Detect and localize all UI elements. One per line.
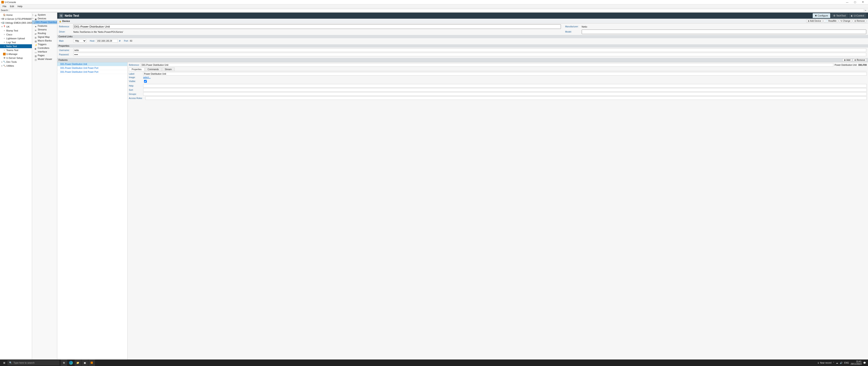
tree-system[interactable]: ▸⚙System <box>32 13 57 17</box>
tab-ucontrol[interactable]: ◐U-Control <box>849 13 866 18</box>
taskbar-app-uconsole[interactable] <box>89 360 95 366</box>
search-clear-icon[interactable]: × <box>864 9 867 12</box>
subtab-commands[interactable]: Commands <box>145 67 162 71</box>
prop-visible-label: Visible: <box>129 80 142 83</box>
app-icon <box>1 1 4 3</box>
taskbar-app-terminal[interactable]: ▣ <box>82 360 88 366</box>
main-header: ⧉ Netio Test ✖Configure ⚙TechTool ◐U-Con… <box>57 12 868 19</box>
tray-notifications-icon[interactable]: 💬 <box>863 362 866 364</box>
prop-groups-input[interactable] <box>143 92 867 96</box>
feature-remove-button[interactable]: ⊖Remove <box>853 58 867 62</box>
change-button[interactable]: ↻Change <box>839 19 852 23</box>
nav-biamp[interactable]: ○Biamp Test <box>0 29 32 33</box>
model-label: Model: <box>565 31 580 33</box>
tray-volume-icon[interactable]: 🔊 <box>840 362 842 364</box>
nav-umanage[interactable]: U-Manage <box>0 52 32 56</box>
nav-cisco[interactable]: ○Cisco <box>0 33 32 36</box>
model-input[interactable] <box>582 30 866 34</box>
prop-visible-checkbox[interactable] <box>144 80 147 83</box>
features-section: Features ⊕Add ⊖Remove <box>57 58 868 62</box>
tree-signalmap[interactable]: ⊞Signal Map <box>32 35 57 39</box>
start-button[interactable]: ⊞ <box>1 360 7 366</box>
nav-userver[interactable]: ▾🖥U-Server (UTEUPRIMARY)✎ <box>0 17 32 21</box>
nav-uk[interactable]: ▾📍UK <box>0 25 32 29</box>
nav-teams[interactable]: ○Teams Test <box>0 48 32 52</box>
feature-row[interactable]: D01-Power Distribution Unit Power Port <box>57 66 127 70</box>
feat-type: Power Distribution Unit <box>835 64 857 66</box>
maximize-button[interactable]: ▢ <box>851 0 859 4</box>
feat-id: D01.F00 <box>859 64 867 66</box>
driver-value: Netio.TestSeries in file 'Netio.PowerPDU… <box>73 31 123 33</box>
window-title: U-Console <box>5 1 16 3</box>
password-input[interactable] <box>73 53 866 56</box>
prop-access-input[interactable] <box>145 96 867 100</box>
tab-configure[interactable]: ✖Configure <box>813 13 830 18</box>
reference-input[interactable] <box>73 24 561 29</box>
search-bar: Search: × <box>0 8 868 12</box>
tab-techtool[interactable]: ⚙TechTool <box>831 13 848 18</box>
close-button[interactable]: ✕ <box>859 0 867 4</box>
nav-lightware[interactable]: ○Lightware Upload <box>0 36 32 40</box>
nav-utilities[interactable]: ▸🔨Utilities <box>0 64 32 68</box>
tray-chevron-icon[interactable]: ˄ <box>833 362 834 364</box>
nav-usetup[interactable]: ⚙U-Server Setup <box>0 56 32 60</box>
tree-d01[interactable]: ▪D01-Power Distribution Unit <box>32 20 57 24</box>
nav-logi[interactable]: ○Logi Test <box>0 40 32 44</box>
feature-add-button[interactable]: ⊕Add <box>842 58 852 62</box>
prop-help-input[interactable] <box>143 84 867 87</box>
subtab-stream[interactable]: Stream <box>162 67 175 71</box>
menu-file[interactable]: File <box>1 5 8 8</box>
tree-controllers[interactable]: ◐Controllers <box>32 46 57 50</box>
windows-taskbar: ⊞ 🔍 Type here to search ⧉ 📁 ▣ 🌡 Near rec… <box>0 360 868 366</box>
tray-lang[interactable]: ENG <box>844 362 849 364</box>
menu-edit[interactable]: Edit <box>8 5 16 8</box>
taskbar-app-edge[interactable] <box>68 360 74 366</box>
port-value: 80 <box>130 40 132 42</box>
prop-sort-label: Sort: <box>129 89 142 91</box>
driver-label: Driver: <box>59 31 72 33</box>
feat-reference-label: Reference: <box>129 64 140 66</box>
tree-features[interactable]: ★Features <box>32 24 57 28</box>
nav-home[interactable]: 🏠Home <box>0 13 32 17</box>
host-input[interactable] <box>96 39 118 43</box>
tree-interface[interactable]: ▭Interface <box>32 50 57 54</box>
taskbar-search[interactable]: 🔍 Type here to search <box>7 360 59 365</box>
minimize-button[interactable]: — <box>843 0 851 4</box>
tray-clock[interactable]: 15:41 29/11/2023 <box>851 360 862 365</box>
tree-triggers[interactable]: ⚡Triggers <box>32 43 57 46</box>
taskbar-app-explorer[interactable]: 📁 <box>74 360 81 366</box>
main-panel: ⧉ Netio Test ✖Configure ⚙TechTool ◐U-Con… <box>57 12 868 360</box>
nav-devtools[interactable]: ▸🔧Dev Tools <box>0 60 32 64</box>
host-action-icon[interactable]: # <box>119 39 120 42</box>
port-label: Port: <box>124 40 128 42</box>
tree-streams[interactable]: ≋Streams <box>32 28 57 31</box>
nav-netio[interactable]: ○Netio Test <box>0 44 32 48</box>
readme-button[interactable]: 📄ReadMe <box>824 19 838 23</box>
weather-widget[interactable]: 🌡 Near record <box>817 362 832 364</box>
add-device-button[interactable]: ⊕Add Device <box>806 19 823 23</box>
nav-utelogy[interactable]: ▾🏢Utelogy EMEA (083-1803-53) <box>0 21 32 25</box>
protocol-select[interactable]: Http <box>73 39 86 43</box>
prop-label-input[interactable] <box>143 72 867 76</box>
task-view-icon[interactable]: ⧉ <box>61 360 67 366</box>
search-icon: 🔍 <box>9 361 12 364</box>
tray-cloud-icon[interactable]: ☁ <box>836 362 838 364</box>
feature-detail: Reference: Power Distribution Unit D01.F… <box>127 62 868 360</box>
tree-macrobanks[interactable]: ▤Macro Banks <box>32 39 57 43</box>
feat-reference-input[interactable] <box>141 63 833 67</box>
prop-image-select-link[interactable]: select... <box>143 76 151 79</box>
feature-row[interactable]: D01-Power Distribution Unit Power Port <box>57 70 127 74</box>
prop-sort-input[interactable] <box>143 88 867 92</box>
subtab-properties[interactable]: Properties <box>129 67 145 71</box>
tree-modelviewer[interactable]: ◫Model Viewer <box>32 57 57 61</box>
prop-help-label: Help: <box>129 85 142 87</box>
menu-help[interactable]: Help <box>16 5 24 8</box>
tree-routing[interactable]: ⇄Routing <box>32 31 57 35</box>
feature-row[interactable]: D01-Power Distribution Unit <box>57 62 127 66</box>
tree-devices[interactable]: ▾▣Devices <box>32 17 57 20</box>
tree-pages[interactable]: ▥Pages <box>32 54 57 57</box>
username-input[interactable] <box>73 49 866 52</box>
prop-label-label: Label: <box>129 73 142 75</box>
search-input[interactable] <box>9 9 864 12</box>
remove-button[interactable]: ⊖Remove <box>853 19 866 23</box>
